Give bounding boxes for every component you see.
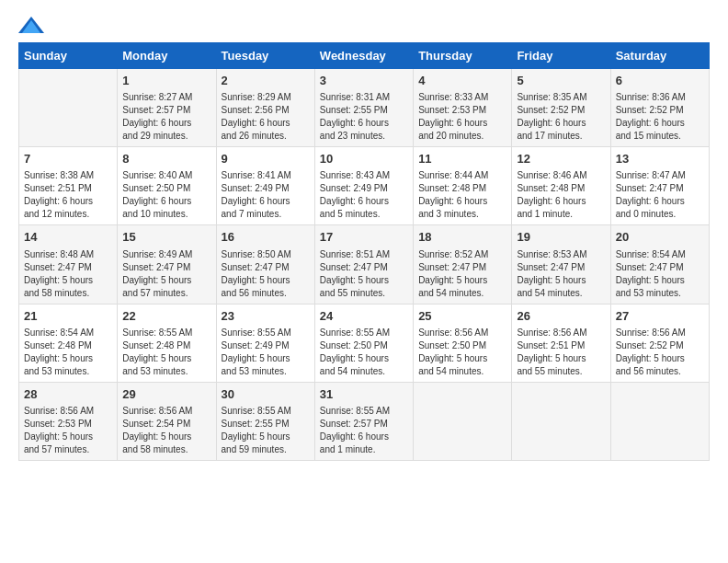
day-info: Sunrise: 8:35 AM Sunset: 2:52 PM Dayligh… [517, 91, 605, 143]
calendar-cell: 29Sunrise: 8:56 AM Sunset: 2:54 PM Dayli… [118, 382, 216, 460]
day-number: 5 [517, 73, 605, 89]
day-info: Sunrise: 8:52 AM Sunset: 2:47 PM Dayligh… [418, 248, 506, 300]
weekday-header: Sunday [19, 43, 118, 69]
calendar-cell: 30Sunrise: 8:55 AM Sunset: 2:55 PM Dayli… [216, 382, 314, 460]
day-number: 18 [418, 229, 506, 246]
calendar-cell: 31Sunrise: 8:55 AM Sunset: 2:57 PM Dayli… [314, 382, 413, 460]
day-number: 22 [122, 308, 210, 325]
calendar-cell: 18Sunrise: 8:52 AM Sunset: 2:47 PM Dayli… [414, 225, 512, 304]
day-info: Sunrise: 8:56 AM Sunset: 2:51 PM Dayligh… [517, 327, 605, 378]
calendar-cell: 10Sunrise: 8:43 AM Sunset: 2:49 PM Dayli… [314, 147, 413, 225]
calendar-cell: 15Sunrise: 8:49 AM Sunset: 2:47 PM Dayli… [118, 225, 216, 304]
day-number: 19 [517, 229, 605, 246]
day-number: 10 [320, 151, 408, 167]
calendar-cell: 23Sunrise: 8:55 AM Sunset: 2:49 PM Dayli… [216, 304, 314, 382]
day-info: Sunrise: 8:49 AM Sunset: 2:47 PM Dayligh… [122, 248, 210, 300]
calendar-cell: 6Sunrise: 8:36 AM Sunset: 2:52 PM Daylig… [610, 69, 709, 147]
day-number: 1 [122, 73, 210, 89]
day-info: Sunrise: 8:54 AM Sunset: 2:48 PM Dayligh… [24, 327, 112, 378]
day-number: 13 [616, 151, 704, 167]
calendar-cell: 4Sunrise: 8:33 AM Sunset: 2:53 PM Daylig… [414, 69, 512, 147]
day-number: 15 [122, 229, 210, 246]
calendar-week-row: 28Sunrise: 8:56 AM Sunset: 2:53 PM Dayli… [19, 382, 710, 460]
calendar-cell [512, 382, 610, 460]
day-info: Sunrise: 8:56 AM Sunset: 2:52 PM Dayligh… [616, 327, 704, 378]
calendar-cell: 1Sunrise: 8:27 AM Sunset: 2:57 PM Daylig… [118, 69, 216, 147]
calendar-cell [414, 382, 512, 460]
day-number: 14 [24, 229, 112, 246]
day-info: Sunrise: 8:56 AM Sunset: 2:54 PM Dayligh… [122, 405, 210, 456]
day-info: Sunrise: 8:41 AM Sunset: 2:49 PM Dayligh… [222, 169, 310, 221]
day-number: 12 [517, 151, 605, 167]
calendar-cell: 7Sunrise: 8:38 AM Sunset: 2:51 PM Daylig… [19, 147, 118, 225]
day-info: Sunrise: 8:31 AM Sunset: 2:55 PM Dayligh… [320, 91, 408, 143]
calendar-cell: 26Sunrise: 8:56 AM Sunset: 2:51 PM Dayli… [512, 304, 610, 382]
day-info: Sunrise: 8:55 AM Sunset: 2:49 PM Dayligh… [222, 327, 310, 378]
calendar-cell: 8Sunrise: 8:40 AM Sunset: 2:50 PM Daylig… [118, 147, 216, 225]
day-info: Sunrise: 8:48 AM Sunset: 2:47 PM Dayligh… [24, 248, 112, 300]
day-number: 11 [418, 151, 506, 167]
day-number: 31 [320, 386, 408, 403]
day-info: Sunrise: 8:33 AM Sunset: 2:53 PM Dayligh… [418, 91, 506, 143]
day-number: 21 [24, 308, 112, 325]
weekday-header: Monday [118, 43, 216, 69]
calendar-cell: 21Sunrise: 8:54 AM Sunset: 2:48 PM Dayli… [19, 304, 118, 382]
calendar-cell: 24Sunrise: 8:55 AM Sunset: 2:50 PM Dayli… [314, 304, 413, 382]
day-info: Sunrise: 8:56 AM Sunset: 2:53 PM Dayligh… [24, 405, 112, 456]
day-info: Sunrise: 8:55 AM Sunset: 2:55 PM Dayligh… [222, 405, 310, 456]
calendar-cell: 17Sunrise: 8:51 AM Sunset: 2:47 PM Dayli… [314, 225, 413, 304]
weekday-header: Wednesday [314, 43, 413, 69]
day-number: 7 [24, 151, 112, 167]
day-number: 30 [222, 386, 310, 403]
day-info: Sunrise: 8:50 AM Sunset: 2:47 PM Dayligh… [222, 248, 310, 300]
day-info: Sunrise: 8:29 AM Sunset: 2:56 PM Dayligh… [222, 91, 310, 143]
logo [18, 18, 44, 33]
calendar-cell: 22Sunrise: 8:55 AM Sunset: 2:48 PM Dayli… [118, 304, 216, 382]
calendar-cell: 3Sunrise: 8:31 AM Sunset: 2:55 PM Daylig… [314, 69, 413, 147]
weekday-header: Saturday [610, 43, 709, 69]
calendar-cell [19, 69, 118, 147]
calendar-cell: 14Sunrise: 8:48 AM Sunset: 2:47 PM Dayli… [19, 225, 118, 304]
day-number: 23 [222, 308, 310, 325]
day-number: 17 [320, 229, 408, 246]
day-number: 27 [616, 308, 704, 325]
calendar-week-row: 1Sunrise: 8:27 AM Sunset: 2:57 PM Daylig… [19, 69, 710, 147]
page-header [18, 18, 710, 33]
day-number: 20 [616, 229, 704, 246]
day-info: Sunrise: 8:55 AM Sunset: 2:50 PM Dayligh… [320, 327, 408, 378]
calendar-cell: 2Sunrise: 8:29 AM Sunset: 2:56 PM Daylig… [216, 69, 314, 147]
day-info: Sunrise: 8:38 AM Sunset: 2:51 PM Dayligh… [24, 169, 112, 221]
day-info: Sunrise: 8:40 AM Sunset: 2:50 PM Dayligh… [122, 169, 210, 221]
day-info: Sunrise: 8:53 AM Sunset: 2:47 PM Dayligh… [517, 248, 605, 300]
day-info: Sunrise: 8:51 AM Sunset: 2:47 PM Dayligh… [320, 248, 408, 300]
calendar-cell: 28Sunrise: 8:56 AM Sunset: 2:53 PM Dayli… [19, 382, 118, 460]
calendar-week-row: 14Sunrise: 8:48 AM Sunset: 2:47 PM Dayli… [19, 225, 710, 304]
calendar-cell: 12Sunrise: 8:46 AM Sunset: 2:48 PM Dayli… [512, 147, 610, 225]
day-number: 9 [222, 151, 310, 167]
day-number: 28 [24, 386, 112, 403]
calendar-cell [610, 382, 709, 460]
calendar-cell: 5Sunrise: 8:35 AM Sunset: 2:52 PM Daylig… [512, 69, 610, 147]
calendar-cell: 25Sunrise: 8:56 AM Sunset: 2:50 PM Dayli… [414, 304, 512, 382]
day-number: 8 [122, 151, 210, 167]
day-info: Sunrise: 8:36 AM Sunset: 2:52 PM Dayligh… [616, 91, 704, 143]
day-info: Sunrise: 8:46 AM Sunset: 2:48 PM Dayligh… [517, 169, 605, 221]
calendar-header-row: SundayMondayTuesdayWednesdayThursdayFrid… [19, 43, 710, 69]
calendar-cell: 11Sunrise: 8:44 AM Sunset: 2:48 PM Dayli… [414, 147, 512, 225]
weekday-header: Friday [512, 43, 610, 69]
calendar-week-row: 7Sunrise: 8:38 AM Sunset: 2:51 PM Daylig… [19, 147, 710, 225]
day-number: 2 [222, 73, 310, 89]
day-info: Sunrise: 8:27 AM Sunset: 2:57 PM Dayligh… [122, 91, 210, 143]
day-number: 4 [418, 73, 506, 89]
day-info: Sunrise: 8:55 AM Sunset: 2:57 PM Dayligh… [320, 405, 408, 456]
day-info: Sunrise: 8:54 AM Sunset: 2:47 PM Dayligh… [616, 248, 704, 300]
calendar-cell: 20Sunrise: 8:54 AM Sunset: 2:47 PM Dayli… [610, 225, 709, 304]
day-number: 16 [222, 229, 310, 246]
day-info: Sunrise: 8:43 AM Sunset: 2:49 PM Dayligh… [320, 169, 408, 221]
day-number: 25 [418, 308, 506, 325]
day-info: Sunrise: 8:44 AM Sunset: 2:48 PM Dayligh… [418, 169, 506, 221]
calendar-week-row: 21Sunrise: 8:54 AM Sunset: 2:48 PM Dayli… [19, 304, 710, 382]
day-number: 24 [320, 308, 408, 325]
calendar-cell: 27Sunrise: 8:56 AM Sunset: 2:52 PM Dayli… [610, 304, 709, 382]
calendar-cell: 13Sunrise: 8:47 AM Sunset: 2:47 PM Dayli… [610, 147, 709, 225]
